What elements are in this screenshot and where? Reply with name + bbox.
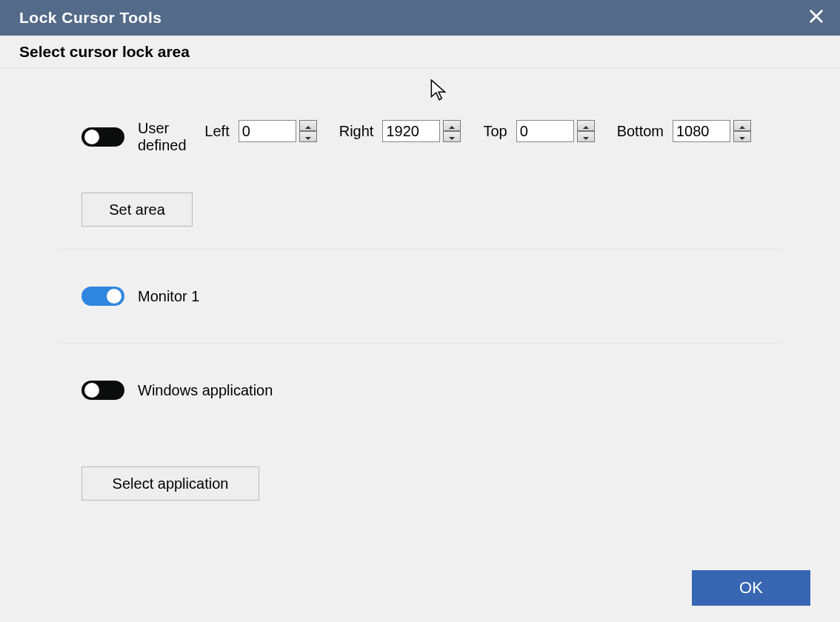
section-monitor: Monitor 1 — [44, 250, 796, 343]
close-button[interactable] — [793, 0, 840, 36]
coord-bottom-input[interactable] — [673, 120, 730, 142]
coord-left-spinner — [239, 120, 317, 142]
section-windows-application: Windows application Select application — [44, 344, 796, 523]
toggle-user-defined[interactable] — [81, 127, 124, 147]
toggle-monitor[interactable] — [81, 287, 124, 306]
close-icon — [808, 8, 824, 27]
toggle-user-defined-label: User defined — [138, 120, 204, 154]
coord-right-down-button[interactable] — [443, 131, 461, 142]
coord-bottom-spinner — [673, 120, 751, 142]
coord-left-down-button[interactable] — [299, 131, 317, 142]
ok-button[interactable]: OK — [692, 570, 810, 606]
select-application-button-label: Select application — [113, 475, 229, 492]
subheader-text: Select cursor lock area — [19, 43, 190, 61]
toggle-knob-icon — [107, 289, 121, 304]
coord-top-spinner — [516, 120, 595, 142]
toggle-monitor-label: Monitor 1 — [138, 288, 199, 305]
section-user-defined: User defined Set area Left — [44, 98, 796, 249]
toggle-knob-icon — [84, 130, 99, 144]
toggle-knob-icon — [84, 383, 99, 398]
set-area-button[interactable]: Set area — [81, 193, 193, 227]
ok-button-label: OK — [739, 578, 763, 598]
coord-right-input[interactable] — [382, 120, 440, 142]
coord-right-spinner — [382, 120, 461, 142]
toggle-windows-application[interactable] — [81, 381, 124, 400]
coord-left-input[interactable] — [239, 120, 296, 142]
select-application-button[interactable]: Select application — [81, 466, 259, 501]
chevron-down-icon — [739, 130, 745, 144]
coord-left-label: Left — [204, 123, 229, 140]
coord-right-label: Right — [339, 123, 374, 140]
coord-top-down-button[interactable] — [577, 131, 595, 142]
set-area-button-label: Set area — [109, 201, 165, 218]
toggle-windows-application-label: Windows application — [138, 382, 273, 399]
coord-top-input[interactable] — [516, 120, 574, 142]
subheader: Select cursor lock area — [0, 36, 840, 68]
window: Lock Cursor Tools Select cursor lock are… — [0, 0, 840, 622]
coord-bottom-down-button[interactable] — [733, 131, 751, 142]
content-area: User defined Set area Left — [0, 68, 840, 622]
coord-top-label: Top — [483, 123, 507, 140]
chevron-down-icon — [583, 130, 589, 144]
chevron-down-icon — [449, 130, 455, 144]
coord-bottom-label: Bottom — [617, 123, 664, 140]
window-title: Lock Cursor Tools — [19, 9, 161, 27]
chevron-down-icon — [305, 130, 311, 144]
titlebar: Lock Cursor Tools — [0, 0, 840, 36]
